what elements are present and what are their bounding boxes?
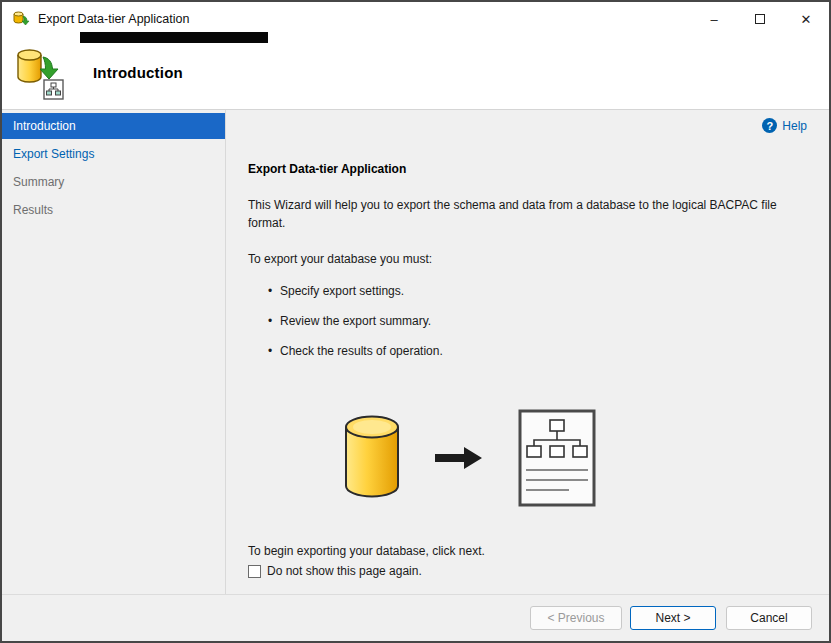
help-link[interactable]: ? Help <box>762 118 807 133</box>
maximize-icon <box>755 14 765 24</box>
right-arrow-icon <box>435 445 483 471</box>
help-label: Help <box>782 119 807 133</box>
export-illustration <box>343 408 807 508</box>
step-sidebar: Introduction Export Settings Summary Res… <box>2 110 226 594</box>
requirements-label: To export your database you must: <box>248 252 807 266</box>
help-row: ? Help <box>248 118 807 134</box>
window-title: Export Data-tier Application <box>38 12 189 26</box>
database-cylinder-icon <box>343 415 401 501</box>
export-dac-icon <box>15 46 67 100</box>
list-item: • Specify export settings. <box>248 284 807 298</box>
dark-artifact-bar <box>80 32 268 43</box>
bullet-icon: • <box>262 344 278 358</box>
close-button[interactable]: ✕ <box>783 2 829 36</box>
sidebar-item-export-settings[interactable]: Export Settings <box>2 141 225 167</box>
maximize-button[interactable] <box>737 2 783 36</box>
minimize-button[interactable]: – <box>691 2 737 36</box>
content-pane: ? Help Export Data-tier Application This… <box>226 110 829 594</box>
app-icon <box>12 10 30 28</box>
wizard-header: Introduction <box>2 36 829 110</box>
list-item-text: Check the results of operation. <box>280 344 443 358</box>
dont-show-again-label: Do not show this page again. <box>267 564 422 578</box>
intro-text: This Wizard will help you to export the … <box>248 196 793 232</box>
dont-show-again-row[interactable]: Do not show this page again. <box>248 564 807 578</box>
bullet-icon: • <box>262 314 278 328</box>
button-bar: < Previous Next > Cancel <box>2 594 829 641</box>
bullet-icon: • <box>262 284 278 298</box>
dont-show-again-checkbox[interactable] <box>248 565 261 578</box>
content-heading: Export Data-tier Application <box>248 162 807 176</box>
sidebar-item-introduction[interactable]: Introduction <box>2 113 225 139</box>
export-dac-wizard-window: Export Data-tier Application – ✕ <box>0 0 831 643</box>
page-title: Introduction <box>93 64 183 81</box>
list-item-text: Specify export settings. <box>280 284 404 298</box>
cancel-button[interactable]: Cancel <box>726 606 812 630</box>
next-button[interactable]: Next > <box>630 606 716 630</box>
wizard-body: Introduction Export Settings Summary Res… <box>2 110 829 594</box>
list-item-text: Review the export summary. <box>280 314 431 328</box>
requirements-list: • Specify export settings. • Review the … <box>248 284 807 358</box>
bacpac-document-icon <box>517 408 597 508</box>
titlebar: Export Data-tier Application – ✕ <box>2 2 829 36</box>
sidebar-item-summary: Summary <box>2 169 225 195</box>
previous-button[interactable]: < Previous <box>530 606 622 630</box>
list-item: • Check the results of operation. <box>248 344 807 358</box>
window-controls: – ✕ <box>691 2 829 36</box>
sidebar-item-results: Results <box>2 197 225 223</box>
begin-text: To begin exporting your database, click … <box>248 544 807 558</box>
help-icon: ? <box>762 118 777 133</box>
list-item: • Review the export summary. <box>248 314 807 328</box>
